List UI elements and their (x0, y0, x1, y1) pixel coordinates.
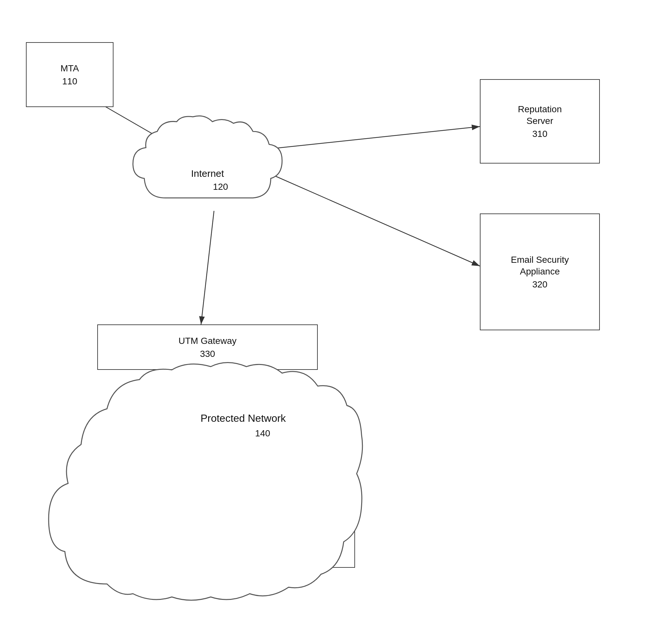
svg-text:140: 140 (255, 428, 270, 438)
protected-network-cloud: Protected Network 140 (42, 357, 366, 603)
mta-box: MTA 110 (26, 42, 114, 107)
reputation-server-number: 310 (532, 129, 548, 139)
mta-number: 110 (62, 76, 77, 87)
utm-gateway-label: UTM Gateway (179, 335, 237, 347)
reputation-server-label: Reputation Server (518, 104, 561, 127)
email-security-number: 320 (532, 279, 548, 290)
email-security-label: Email Security Appliance (511, 254, 569, 278)
svg-line-4 (266, 172, 480, 266)
svg-text:Protected Network: Protected Network (200, 412, 286, 424)
mta-label: MTA (60, 63, 79, 74)
svg-line-5 (201, 211, 214, 324)
reputation-server-box: Reputation Server 310 (480, 79, 600, 163)
internet-cloud: Internet 120 (126, 114, 289, 221)
svg-text:120: 120 (213, 182, 228, 192)
svg-text:Internet: Internet (191, 168, 224, 179)
email-security-box: Email Security Appliance 320 (480, 213, 600, 330)
svg-line-3 (266, 127, 480, 149)
